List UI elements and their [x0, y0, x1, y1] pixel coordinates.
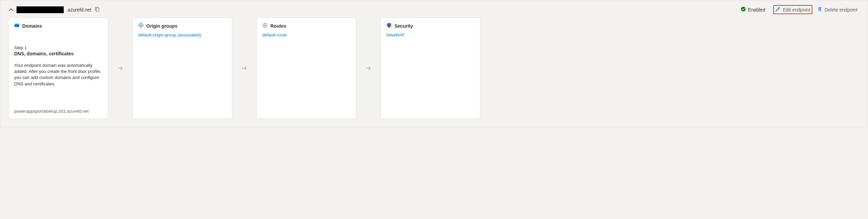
routes-icon: [262, 23, 268, 29]
route-link[interactable]: default-route: [262, 32, 351, 37]
routes-card: Routes default-route: [257, 18, 356, 119]
check-circle-icon: [741, 6, 746, 13]
origin-groups-title: Origin groups: [146, 23, 178, 29]
endpoint-hostname-redacted: [17, 6, 64, 13]
delete-endpoint-button[interactable]: Delete endpoint: [815, 5, 860, 14]
security-icon: [386, 23, 392, 29]
security-card: Security NewWAF: [381, 18, 480, 119]
hostname-suffix: .azurefd.net: [66, 7, 91, 12]
domains-footer-hostname: powerappsportalsetup.z01.azurefd.net: [14, 102, 102, 114]
domains-description: Your endpoint domain was automatically a…: [14, 62, 102, 87]
cards-row: Domains Step 1 DNS, domains, certificate…: [0, 18, 868, 127]
domains-title: Domains: [22, 23, 42, 29]
svg-rect-1: [96, 8, 99, 11]
arrow-divider: [112, 18, 128, 119]
domains-step-title: DNS, domains, certificates: [14, 51, 102, 56]
endpoint-header: .azurefd.net Enabled Edit endpoint Delet…: [0, 0, 868, 18]
security-title: Security: [394, 23, 413, 29]
trash-icon: [817, 6, 822, 13]
endpoint-panel: .azurefd.net Enabled Edit endpoint Delet…: [0, 0, 868, 127]
copy-icon[interactable]: [94, 6, 99, 13]
edit-endpoint-button[interactable]: Edit endpoint: [773, 5, 812, 14]
status-enabled: Enabled: [741, 6, 765, 13]
collapse-chevron-icon[interactable]: [8, 7, 14, 12]
domains-icon: [14, 23, 20, 29]
origin-group-link[interactable]: default-origin-group (associated): [138, 32, 227, 37]
delete-endpoint-label: Delete endpoint: [825, 7, 858, 12]
status-label: Enabled: [748, 7, 765, 12]
svg-point-5: [140, 25, 142, 26]
security-link[interactable]: NewWAF: [386, 32, 475, 37]
origin-groups-icon: [138, 23, 144, 29]
pencil-icon: [775, 6, 781, 13]
svg-point-2: [741, 7, 746, 11]
domains-card: Domains Step 1 DNS, domains, certificate…: [8, 18, 108, 119]
origin-groups-card: Origin groups default-origin-group (asso…: [132, 18, 232, 119]
domains-step-label: Step 1: [14, 45, 102, 50]
arrow-divider: [236, 18, 252, 119]
arrow-divider: [360, 18, 377, 119]
svg-point-7: [264, 25, 266, 26]
routes-title: Routes: [270, 23, 286, 29]
edit-endpoint-label: Edit endpoint: [783, 7, 810, 12]
svg-rect-4: [14, 24, 19, 25]
